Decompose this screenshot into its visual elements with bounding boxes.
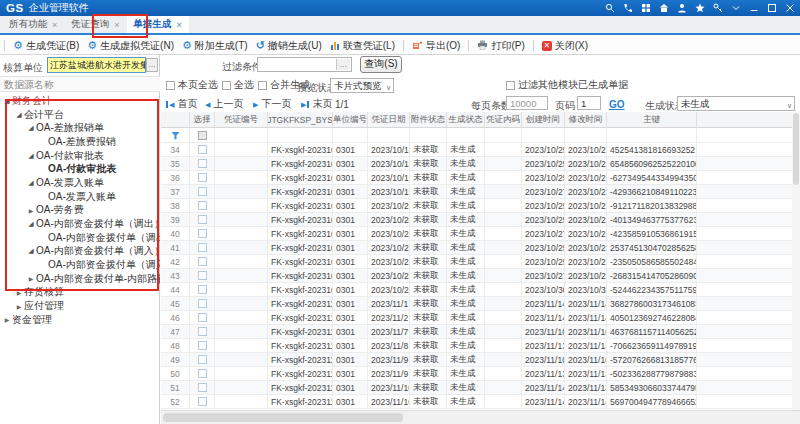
tab-all-functions[interactable]: 所有功能 ×	[2, 16, 64, 33]
expand-icon[interactable]: ▶	[2, 316, 12, 323]
table-row[interactable]: 50FK-xsgkf-20231115203012023/11/9未获取未生成2…	[161, 367, 800, 381]
accounting-unit-combo[interactable]: 江苏盐城港航水港开发集团有限公司	[47, 57, 146, 73]
collapse-icon[interactable]: ◢	[26, 124, 36, 132]
checkbox-icon[interactable]	[166, 81, 175, 90]
search-icon[interactable]	[605, 3, 615, 13]
table-row[interactable]: 52FK-xsgkf-20231116903012023/11/10未获取未生成…	[161, 395, 800, 409]
linked-query-voucher-button[interactable]: 联查凭证(L)	[326, 39, 399, 53]
prev-page-button[interactable]: ◀ 上一页	[205, 97, 243, 111]
next-page-button[interactable]: ▶ 下一页	[253, 97, 291, 111]
checkbox-icon[interactable]	[258, 81, 267, 90]
row-select-checkbox[interactable]	[198, 271, 207, 280]
table-row[interactable]: 40FK-xsgkf-20231007103012023/10/23未获取未生成…	[161, 227, 800, 241]
collapse-icon[interactable]: ◢	[2, 97, 12, 105]
collapse-icon[interactable]: ◢	[26, 179, 36, 187]
star-icon[interactable]	[695, 3, 705, 13]
expand-icon[interactable]: ▶	[26, 207, 36, 214]
column-header[interactable]: 凭证内码	[485, 112, 522, 128]
home-icon[interactable]	[659, 3, 669, 13]
per-page-input[interactable]: 10000	[506, 96, 548, 110]
table-row[interactable]: 45FK-xsgkf-20231111003012023/11/1未获取未生成2…	[161, 297, 800, 311]
table-row[interactable]: 35FK-xsgkf-20231005603012023/10/18未获取未生成…	[161, 157, 800, 171]
column-header[interactable]: 单位编号	[333, 112, 368, 128]
tree-item[interactable]: ◢会计平台	[0, 108, 160, 122]
row-select-checkbox[interactable]	[198, 159, 207, 168]
tree-item[interactable]: ◢OA-差旅报销单	[0, 121, 160, 135]
table-row[interactable]: 47FK-xsgkf-20231111903012023/11/7未获取未生成2…	[161, 325, 800, 339]
expand-icon[interactable]: ▶	[14, 289, 24, 296]
tree-item[interactable]: ▶OA-劳务费	[0, 204, 160, 218]
tree-item[interactable]: ▶资金管理	[0, 313, 160, 327]
column-header[interactable]: 主键	[607, 112, 697, 128]
additional-generate-button[interactable]: ⚙ 附加生成(T)	[178, 39, 252, 53]
collapse-icon[interactable]: ◢	[26, 247, 36, 255]
row-select-checkbox[interactable]	[198, 327, 207, 336]
table-row[interactable]: 34FK-xsgkf-20231006203012023/10/18未获取未生成…	[161, 143, 800, 157]
table-row[interactable]: 44FK-xsgkf-20231009303012023/10/27未获取未生成…	[161, 283, 800, 297]
tree-item[interactable]: ◢财务会计	[0, 94, 160, 108]
tree-item[interactable]: OA-内部资金拨付单（调入单位凭证）	[0, 258, 160, 272]
filter-cell[interactable]	[333, 128, 368, 143]
column-header[interactable]: 附件状态	[410, 112, 447, 128]
column-header[interactable]: 生成状态	[447, 112, 485, 128]
row-select-checkbox[interactable]	[198, 145, 207, 154]
tree-item[interactable]: OA-差旅费报销	[0, 135, 160, 149]
filter-cell[interactable]	[697, 128, 800, 143]
filter-cell[interactable]	[485, 128, 522, 143]
row-select-checkbox[interactable]	[198, 313, 207, 322]
vertical-scrollbar[interactable]	[792, 112, 800, 410]
unit-browse-button[interactable]: …	[146, 58, 158, 72]
table-row[interactable]: 36FK-xsgkf-20231006703012023/10/19未获取未生成…	[161, 171, 800, 185]
tab-document-generate[interactable]: 单据生成 ×	[127, 16, 189, 33]
collapse-icon[interactable]: ◢	[26, 220, 36, 228]
row-select-checkbox[interactable]	[198, 173, 207, 182]
table-row[interactable]: 46FK-xsgkf-20231111503012023/11/2未获取未生成2…	[161, 311, 800, 325]
undo-generate-button[interactable]: ↺ 撤销生成(U)	[252, 39, 326, 53]
tree-item[interactable]: ▶存货核算	[0, 286, 160, 300]
window-close-icon[interactable]	[785, 3, 795, 13]
table-row[interactable]: 42FK-xsgkf-20231007403012023/10/23未获取未生成…	[161, 255, 800, 269]
generate-virtual-voucher-button[interactable]: ⚙ 生成虚拟凭证(N)	[83, 39, 178, 53]
table-row[interactable]: 38FK-xsgkf-20231006903012023/10/20未获取未生成…	[161, 199, 800, 213]
row-select-checkbox[interactable]	[198, 285, 207, 294]
scrollbar-thumb[interactable]	[163, 413, 403, 422]
row-select-checkbox[interactable]	[198, 383, 207, 392]
horizontal-scrollbar[interactable]	[161, 410, 800, 424]
checkbox-icon[interactable]	[222, 81, 231, 90]
row-select-checkbox[interactable]	[198, 257, 207, 266]
column-header[interactable]: 选择	[190, 112, 215, 128]
filter-cell[interactable]	[565, 128, 607, 143]
collapse-icon[interactable]: ◢	[26, 152, 36, 160]
filter-generated-checkbox[interactable]: 过滤其他模块已生成单据	[506, 79, 628, 91]
first-page-button[interactable]: ◀ 首页	[166, 97, 197, 111]
minimize-icon[interactable]	[749, 3, 759, 13]
query-button[interactable]: 查询(S)	[360, 56, 402, 73]
export-button[interactable]: 导出(O)	[408, 39, 464, 53]
tree-item[interactable]: ▶应付管理	[0, 299, 160, 313]
tree-item[interactable]: OA-付款审批表	[0, 162, 160, 176]
generate-voucher-button[interactable]: ⚙ 生成凭证(B)	[9, 39, 83, 53]
filter-cell[interactable]	[447, 128, 485, 143]
tree-item[interactable]: OA-发票入账单	[0, 190, 160, 204]
filter-cell[interactable]	[410, 128, 447, 143]
tab-close-icon[interactable]: ×	[114, 20, 119, 30]
tree-item[interactable]: ◢OA-内部资金拨付单（调出）	[0, 217, 160, 231]
row-select-checkbox[interactable]	[198, 187, 207, 196]
row-select-checkbox[interactable]	[198, 369, 207, 378]
filter-input[interactable]: …	[257, 57, 352, 72]
tree-item[interactable]: ◢OA-付款审批表	[0, 149, 160, 163]
maximize-icon[interactable]	[767, 3, 777, 13]
row-select-checkbox[interactable]	[198, 201, 207, 210]
apps-grid-icon[interactable]	[641, 3, 651, 13]
go-link[interactable]: GO	[609, 99, 625, 110]
checkbox-icon[interactable]	[506, 81, 515, 90]
table-row[interactable]: 43FK-xsgkf-20231007503012023/10/24未获取未生成…	[161, 269, 800, 283]
table-row[interactable]: 51FK-xsgkf-20231117003012023/11/10未获取未生成…	[161, 381, 800, 395]
key-icon[interactable]	[713, 3, 723, 13]
column-header[interactable]: 创建时间	[522, 112, 565, 128]
filter-cell[interactable]	[607, 128, 697, 143]
column-header[interactable]: JTGKFKSP_BYS	[268, 112, 333, 128]
print-button[interactable]: 打印(P)	[473, 39, 528, 53]
select-all-checkbox[interactable]: 全选	[222, 79, 254, 91]
tree-item[interactable]: ◢OA-发票入账单	[0, 176, 160, 190]
